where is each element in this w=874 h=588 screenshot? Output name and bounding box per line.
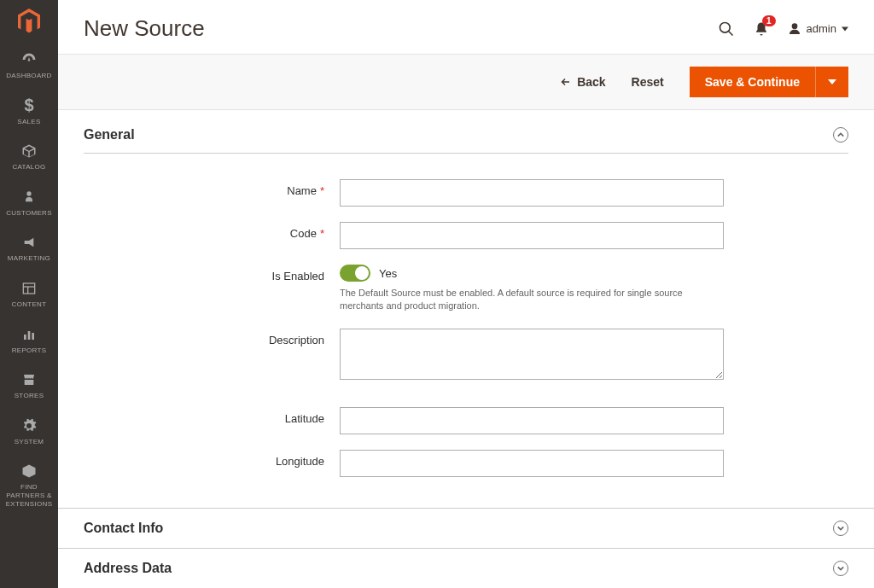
sidebar-label: Find Partners & Extensions <box>2 483 56 508</box>
notification-badge: 1 <box>762 15 776 26</box>
user-name: admin <box>807 22 836 35</box>
reset-button[interactable]: Reset <box>632 75 664 89</box>
code-input[interactable] <box>340 222 724 249</box>
expand-down-icon <box>833 521 848 536</box>
field-row-enabled: Is Enabled Yes The Default Source must b… <box>84 265 848 313</box>
magento-logo-icon <box>18 9 40 34</box>
description-label: Description <box>84 329 340 346</box>
notifications-icon[interactable]: 1 <box>754 20 769 38</box>
svg-rect-5 <box>28 331 31 340</box>
back-label: Back <box>577 75 605 89</box>
store-icon <box>21 371 37 388</box>
gear-icon <box>21 417 37 434</box>
action-bar: Back Reset Save & Continue <box>58 54 874 110</box>
dashboard-icon <box>21 51 37 68</box>
sidebar-item-catalog[interactable]: Catalog <box>0 134 58 180</box>
save-dropdown-toggle[interactable] <box>815 67 848 97</box>
svg-point-7 <box>720 22 730 32</box>
latitude-input[interactable] <box>340 407 724 434</box>
enabled-help-text: The Default Source must be enabled. A de… <box>340 287 724 313</box>
sidebar-item-stores[interactable]: Stores <box>0 363 58 409</box>
search-icon[interactable] <box>718 20 735 38</box>
sidebar-label: Sales <box>17 118 40 126</box>
person-icon <box>22 189 36 206</box>
field-row-latitude: Latitude <box>84 407 848 434</box>
box-icon <box>21 143 37 160</box>
section-general-header[interactable]: General <box>84 110 848 154</box>
section-general: General Name* Code* <box>58 110 874 508</box>
user-account-menu[interactable]: admin <box>788 22 848 36</box>
code-label: Code* <box>84 222 340 240</box>
section-address: Address Data <box>58 549 874 588</box>
sidebar-label: Customers <box>6 209 52 218</box>
field-row-description: Description <box>84 329 848 383</box>
save-button-group: Save & Continue <box>690 67 848 97</box>
section-general-body: Name* Code* Is Enabled <box>84 154 848 508</box>
svg-line-8 <box>728 31 732 35</box>
svg-rect-6 <box>32 333 34 340</box>
arrow-left-icon <box>560 77 572 87</box>
enabled-label: Is Enabled <box>84 265 340 282</box>
magento-logo[interactable] <box>0 0 58 43</box>
svg-point-0 <box>26 191 31 195</box>
reset-label: Reset <box>632 75 664 89</box>
sidebar-item-customers[interactable]: Customers <box>0 180 58 226</box>
puzzle-icon <box>21 463 37 480</box>
sidebar-item-reports[interactable]: Reports <box>0 317 58 364</box>
sidebar-label: System <box>15 438 44 446</box>
back-button[interactable]: Back <box>560 75 605 89</box>
page-title: New Source <box>84 15 205 42</box>
section-title: Contact Info <box>84 521 163 536</box>
longitude-label: Longitude <box>84 450 340 468</box>
triangle-down-icon <box>828 79 836 85</box>
field-row-name: Name* <box>84 179 848 207</box>
sidebar-label: Dashboard <box>6 72 51 80</box>
megaphone-icon <box>21 234 37 251</box>
field-row-longitude: Longitude <box>84 450 848 477</box>
description-textarea[interactable] <box>340 329 724 380</box>
user-icon <box>788 22 801 36</box>
sidebar-label: Marketing <box>8 254 50 263</box>
svg-rect-1 <box>23 283 34 294</box>
sidebar-item-marketing[interactable]: Marketing <box>0 225 58 271</box>
name-label: Name* <box>84 179 340 197</box>
bar-chart-icon <box>21 326 37 343</box>
header-actions: 1 admin <box>718 20 848 38</box>
latitude-label: Latitude <box>84 407 340 425</box>
dollar-icon: $ <box>24 97 33 114</box>
sidebar-label: Catalog <box>12 163 45 172</box>
sidebar-label: Stores <box>15 392 44 400</box>
required-mark: * <box>320 227 324 240</box>
enabled-value: Yes <box>379 267 397 280</box>
svg-point-9 <box>791 23 797 29</box>
sidebar-item-dashboard[interactable]: Dashboard <box>0 43 58 89</box>
chevron-down-icon <box>842 26 848 32</box>
sidebar-item-partners[interactable]: Find Partners & Extensions <box>0 454 58 516</box>
sidebar-item-system[interactable]: System <box>0 409 58 455</box>
main-content: New Source 1 admin Back Reset Save & <box>58 0 874 588</box>
collapse-up-icon <box>833 127 848 143</box>
save-continue-button[interactable]: Save & Continue <box>690 67 815 97</box>
required-mark: * <box>320 184 324 197</box>
enabled-toggle[interactable] <box>340 265 370 282</box>
page-header: New Source 1 admin <box>58 0 874 54</box>
svg-rect-4 <box>24 335 26 340</box>
section-title: Address Data <box>84 561 172 576</box>
expand-down-icon <box>833 561 848 576</box>
sidebar-item-sales[interactable]: $ Sales <box>0 89 58 135</box>
section-contact-header[interactable]: Contact Info <box>84 509 848 548</box>
section-title: General <box>84 127 135 143</box>
admin-sidebar: Dashboard $ Sales Catalog Customers Mark… <box>0 0 58 588</box>
field-row-code: Code* <box>84 222 848 249</box>
sidebar-label: Reports <box>12 346 47 355</box>
longitude-input[interactable] <box>340 450 724 477</box>
section-address-header[interactable]: Address Data <box>84 549 848 588</box>
section-contact: Contact Info <box>58 508 874 549</box>
toggle-knob <box>355 266 369 280</box>
name-input[interactable] <box>340 179 724 207</box>
sidebar-item-content[interactable]: Content <box>0 271 58 317</box>
sidebar-label: Content <box>12 300 47 309</box>
layout-icon <box>21 280 37 297</box>
